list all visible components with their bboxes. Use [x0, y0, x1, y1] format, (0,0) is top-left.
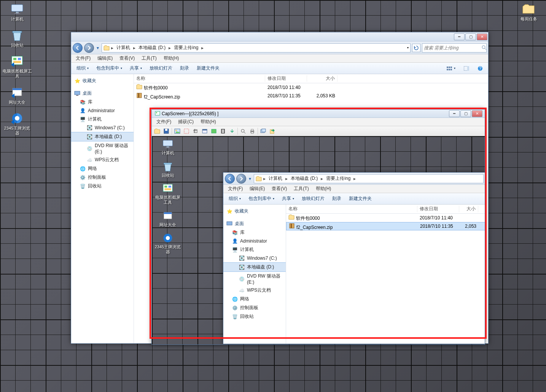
- breadcrumb-seg-drive-d[interactable]: 本地磁盘 (D:): [137, 44, 167, 52]
- search-input[interactable]: [424, 45, 481, 51]
- sidebar-item-network[interactable]: 🌐 网络: [71, 164, 134, 173]
- column-header-size[interactable]: 大小: [459, 206, 478, 212]
- export-icon[interactable]: [269, 127, 276, 135]
- column-header-name[interactable]: 名称: [134, 75, 265, 82]
- chevron-right-icon[interactable]: ▸: [320, 176, 324, 181]
- sidebar-item-recycle-bin[interactable]: 🗑️回收站: [223, 312, 286, 321]
- column-header-name[interactable]: 名称: [286, 206, 417, 212]
- chevron-down-icon[interactable]: ▾: [407, 46, 409, 49]
- sidebar-item-wps-cloud[interactable]: ☁️WPS云文档: [223, 286, 286, 295]
- refresh-button[interactable]: [412, 44, 420, 52]
- sidebar-item-libraries[interactable]: 📚库: [223, 228, 286, 237]
- breadcrumb-seg-folder[interactable]: 需要上传ing: [325, 175, 352, 183]
- computer-icon[interactable]: 计算机: [2, 2, 32, 22]
- titlebar[interactable]: ━ ▢ ✕: [71, 32, 488, 41]
- recycle-bin-icon[interactable]: 回收站: [2, 29, 32, 48]
- file-row-folder[interactable]: 软件包0000 2018/7/10 11:40: [134, 83, 488, 92]
- 2345-browser-shortcut-icon[interactable]: 2345王牌浏览器: [2, 111, 32, 135]
- nav-back-button[interactable]: [225, 174, 235, 184]
- sidebar-desktop[interactable]: 桌面: [71, 89, 134, 98]
- snip-icon[interactable]: [183, 127, 190, 135]
- 2345-browser-shortcut-icon[interactable]: 2345王牌浏览器: [154, 232, 181, 254]
- toolbar-organize[interactable]: 组织 ▾: [226, 194, 244, 203]
- toolbar-slideshow[interactable]: 放映幻灯片: [299, 194, 328, 203]
- sidebar-item-drive-d[interactable]: 💽 本地磁盘 (D:): [71, 132, 134, 141]
- sidebar-item-network[interactable]: 🌐网络: [223, 295, 286, 303]
- gallery-icon[interactable]: [259, 127, 267, 135]
- menu-file[interactable]: 文件(F): [153, 118, 174, 126]
- toolbar-slideshow[interactable]: 放映幻灯片: [146, 63, 175, 73]
- sidebar-item-control-panel[interactable]: ⚙️控制面板: [223, 303, 286, 312]
- capscreen-shortcut-icon[interactable]: 电脑抓图截屏工具: [2, 54, 32, 78]
- sidebar-item-control-panel[interactable]: ⚙️ 控制面板: [71, 173, 134, 182]
- sidebar-item-computer[interactable]: 🖥️计算机: [223, 245, 286, 254]
- sidebar-item-drive-e[interactable]: 💿 DVD RW 驱动器 (E:): [71, 141, 134, 156]
- chevron-right-icon[interactable]: ▸: [353, 176, 357, 181]
- chevron-right-icon[interactable]: ▸: [132, 45, 136, 51]
- minimize-button[interactable]: ━: [449, 110, 460, 117]
- film-icon[interactable]: [219, 127, 227, 135]
- print-icon[interactable]: [248, 127, 256, 135]
- file-row-zip[interactable]: f2_CapScreen.zip 2018/7/10 11:35 2,053 K…: [134, 92, 488, 100]
- fullscreen-icon[interactable]: [210, 127, 218, 135]
- capscreen-shortcut-icon[interactable]: 电脑抓图截屏工具: [154, 183, 181, 205]
- weekly-task-folder-icon[interactable]: 每周任务: [514, 2, 544, 22]
- menu-help[interactable]: 帮助(H): [161, 54, 182, 62]
- sidebar-item-drive-c[interactable]: 💽Windows7 (C:): [223, 254, 286, 262]
- preview-pane-button[interactable]: [461, 65, 472, 72]
- column-header-date[interactable]: 修改日期: [417, 206, 459, 212]
- capscreen-titlebar[interactable]: CapScreen—[(3225x2685) ] ━ ▢ ✕: [152, 110, 485, 118]
- breadcrumb-seg-folder[interactable]: 需要上传ing: [172, 44, 200, 52]
- sidebar-item-computer[interactable]: 🖥️ 计算机: [71, 115, 134, 124]
- maximize-button[interactable]: ▢: [465, 33, 476, 40]
- file-row-folder[interactable]: 软件包0000 2018/7/10 11:40: [286, 214, 485, 222]
- file-row-zip[interactable]: f2_CapScreen.zip 2018/7/10 11:35 2,053: [286, 222, 485, 230]
- breadcrumb-seg-drive-d[interactable]: 本地磁盘 (D:): [289, 175, 319, 183]
- breadcrumb-seg-computer[interactable]: 计算机: [267, 175, 284, 183]
- sidebar-item-recycle-bin[interactable]: 🗑️ 回收站: [71, 182, 134, 190]
- sidebar-item-drive-c[interactable]: 💽 Windows7 (C:): [71, 124, 134, 132]
- toolbar-organize[interactable]: 组织 ▾: [73, 63, 92, 73]
- web-links-shortcut-icon[interactable]: 网址大全: [154, 210, 181, 227]
- close-button[interactable]: ✕: [477, 33, 487, 40]
- breadcrumb[interactable]: ▸ 计算机 ▸ 本地磁盘 (D:) ▸ 需要上传ing ▸ ▾: [102, 43, 411, 52]
- nav-history-dropdown[interactable]: ▾: [96, 44, 100, 52]
- arrow-down-icon[interactable]: [228, 127, 236, 135]
- sidebar-favorites[interactable]: ⭐收藏夹: [223, 207, 286, 216]
- menu-help[interactable]: 帮助(H): [197, 118, 219, 126]
- open-icon[interactable]: [153, 127, 161, 135]
- nav-back-button[interactable]: [73, 43, 83, 53]
- sidebar-item-libraries[interactable]: 📚 库: [71, 98, 134, 106]
- sidebar-item-administrator[interactable]: 👤Administrator: [223, 237, 286, 245]
- menu-tools[interactable]: 工具(T): [138, 54, 159, 62]
- minimize-button[interactable]: ━: [454, 33, 465, 40]
- window-icon[interactable]: [201, 127, 209, 135]
- sidebar-desktop[interactable]: 桌面: [223, 219, 286, 228]
- chevron-right-icon[interactable]: ▸: [110, 45, 114, 51]
- menu-tools[interactable]: 工具(T): [291, 185, 312, 193]
- save-icon[interactable]: [162, 127, 170, 135]
- chevron-right-icon[interactable]: ▸: [285, 176, 288, 181]
- menu-help[interactable]: 帮助(H): [313, 185, 334, 193]
- view-options-button[interactable]: ▾: [443, 65, 458, 72]
- breadcrumb-seg-computer[interactable]: 计算机: [115, 44, 132, 52]
- menu-edit[interactable]: 编辑(E): [247, 185, 268, 193]
- web-links-shortcut-icon[interactable]: 网址大全: [2, 86, 32, 105]
- computer-icon[interactable]: 计算机: [154, 138, 181, 156]
- maximize-button[interactable]: ▢: [460, 110, 471, 117]
- toolbar-share[interactable]: 共享 ▾: [127, 63, 145, 73]
- close-button[interactable]: ✕: [472, 110, 482, 117]
- nav-forward-button[interactable]: [236, 174, 246, 184]
- menu-view[interactable]: 查看(V): [269, 185, 290, 193]
- zoom-icon[interactable]: [239, 127, 247, 135]
- column-header-size[interactable]: 大小: [307, 75, 337, 82]
- column-header-date[interactable]: 修改日期: [265, 75, 307, 82]
- nav-history-dropdown[interactable]: ▾: [248, 175, 252, 183]
- chevron-right-icon[interactable]: ▸: [263, 176, 266, 181]
- image-icon[interactable]: [174, 127, 181, 135]
- recycle-bin-icon[interactable]: 回收站: [154, 161, 181, 178]
- menu-edit[interactable]: 编辑(E): [94, 54, 116, 62]
- nav-forward-button[interactable]: [84, 43, 94, 53]
- sidebar-item-administrator[interactable]: 👤 Administrator: [71, 106, 134, 115]
- search-box[interactable]: [422, 43, 487, 52]
